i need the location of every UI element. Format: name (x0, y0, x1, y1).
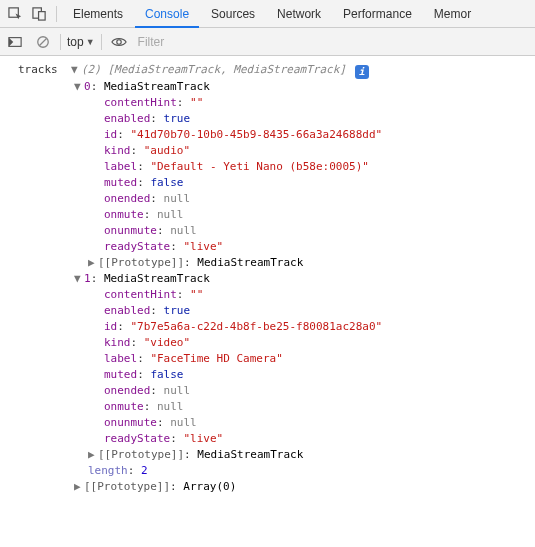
tab-memory[interactable]: Memor (424, 0, 481, 28)
array-item[interactable]: ▼1: MediaStreamTrack (4, 271, 531, 287)
svg-line-5 (40, 38, 47, 45)
property-row[interactable]: contentHint: "" (4, 95, 531, 111)
property-row[interactable]: onended: null (4, 191, 531, 207)
property-row[interactable]: contentHint: "" (4, 287, 531, 303)
tab-console[interactable]: Console (135, 0, 199, 28)
property-row[interactable]: kind: "video" (4, 335, 531, 351)
chevron-down-icon: ▼ (86, 37, 95, 47)
disclosure-triangle-icon[interactable]: ▼ (74, 271, 84, 287)
devtools-tabbar: Elements Console Sources Network Perform… (0, 0, 535, 28)
log-entry-tracks[interactable]: tracks ▼(2) [MediaStreamTrack, MediaStre… (4, 62, 531, 79)
context-selector[interactable]: top ▼ (67, 35, 95, 49)
length-row[interactable]: length: 2 (4, 463, 531, 479)
svg-point-6 (116, 39, 120, 43)
disclosure-triangle-icon[interactable]: ▶ (88, 255, 98, 271)
array-index: 1 (84, 272, 91, 285)
context-label: top (67, 35, 84, 49)
separator (101, 34, 102, 50)
array-index: 0 (84, 80, 91, 93)
object-type: MediaStreamTrack (104, 272, 210, 285)
tab-elements[interactable]: Elements (63, 0, 133, 28)
tab-sources[interactable]: Sources (201, 0, 265, 28)
property-row[interactable]: id: "7b7e5a6a-c22d-4b8f-be25-f80081ac28a… (4, 319, 531, 335)
property-row[interactable]: onmute: null (4, 399, 531, 415)
sidebar-toggle-icon[interactable] (4, 31, 26, 53)
property-row[interactable]: readyState: "live" (4, 431, 531, 447)
array-length: (2) (81, 63, 101, 76)
property-row[interactable]: enabled: true (4, 111, 531, 127)
property-row[interactable]: onended: null (4, 383, 531, 399)
property-row[interactable]: kind: "audio" (4, 143, 531, 159)
array-item[interactable]: ▼0: MediaStreamTrack (4, 79, 531, 95)
separator (60, 34, 61, 50)
tab-network[interactable]: Network (267, 0, 331, 28)
property-row[interactable]: muted: false (4, 367, 531, 383)
prototype-row[interactable]: ▶[[Prototype]]: Array(0) (4, 479, 531, 495)
tab-performance[interactable]: Performance (333, 0, 422, 28)
array-preview: [MediaStreamTrack, MediaStreamTrack] (108, 63, 346, 76)
clear-console-icon[interactable] (32, 31, 54, 53)
disclosure-triangle-icon[interactable]: ▶ (88, 447, 98, 463)
property-row[interactable]: enabled: true (4, 303, 531, 319)
svg-rect-2 (38, 12, 45, 20)
property-row[interactable]: onunmute: null (4, 415, 531, 431)
variable-name: tracks (18, 63, 58, 76)
eye-icon[interactable] (108, 31, 130, 53)
disclosure-triangle-icon[interactable]: ▼ (74, 79, 84, 95)
property-row[interactable]: muted: false (4, 175, 531, 191)
property-row[interactable]: onunmute: null (4, 223, 531, 239)
device-toggle-icon[interactable] (28, 3, 50, 25)
prototype-row[interactable]: ▶[[Prototype]]: MediaStreamTrack (4, 255, 531, 271)
property-row[interactable]: id: "41d70b70-10b0-45b9-8435-66a3a24688d… (4, 127, 531, 143)
info-icon[interactable]: i (355, 65, 369, 79)
console-toolbar: top ▼ (0, 28, 535, 56)
property-row[interactable]: label: "Default - Yeti Nano (b58e:0005)" (4, 159, 531, 175)
inspect-icon[interactable] (4, 3, 26, 25)
console-output: tracks ▼(2) [MediaStreamTrack, MediaStre… (0, 56, 535, 499)
object-type: MediaStreamTrack (104, 80, 210, 93)
property-row[interactable]: readyState: "live" (4, 239, 531, 255)
prototype-row[interactable]: ▶[[Prototype]]: MediaStreamTrack (4, 447, 531, 463)
disclosure-triangle-icon[interactable]: ▼ (71, 62, 81, 78)
disclosure-triangle-icon[interactable]: ▶ (74, 479, 84, 495)
filter-input[interactable] (136, 32, 531, 52)
property-row[interactable]: label: "FaceTime HD Camera" (4, 351, 531, 367)
separator (56, 6, 57, 22)
property-row[interactable]: onmute: null (4, 207, 531, 223)
